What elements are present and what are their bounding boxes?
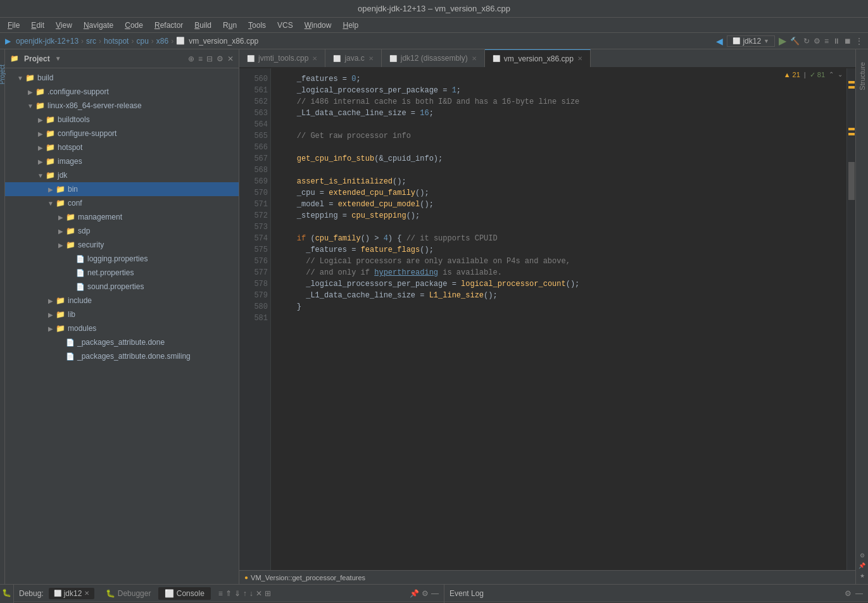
- tree-item-buildtools[interactable]: ▶ 📁 buildtools: [5, 113, 239, 127]
- menu-code[interactable]: Code: [120, 20, 148, 31]
- add-icon[interactable]: ⊕: [188, 54, 194, 63]
- tree-item-sdp[interactable]: ▶ 📁 sdp: [5, 224, 239, 238]
- tab-close-jvmti[interactable]: ✕: [312, 55, 317, 62]
- bc-cpu[interactable]: cpu: [136, 37, 148, 46]
- tree-item-security[interactable]: ▶ 📁 security: [5, 238, 239, 252]
- tab-label: vm_version_x86.cpp: [504, 54, 574, 63]
- tree-item-configure-support2[interactable]: ▶ 📁 configure-support: [5, 127, 239, 140]
- menu-refactor[interactable]: Refactor: [149, 20, 188, 31]
- debug-icon[interactable]: 🐛: [2, 588, 11, 597]
- tree-item-pkg-attr[interactable]: 📄 _packages_attribute.done: [5, 335, 239, 349]
- config-selector[interactable]: ⬜ jdk12 ▼: [727, 35, 775, 47]
- menu-navigate[interactable]: Navigate: [79, 20, 118, 31]
- tab-close-java[interactable]: ✕: [368, 55, 374, 62]
- title-text: openjdk-jdk-12+13 – vm_version_x86.cpp: [358, 4, 510, 13]
- back-btn[interactable]: ◀: [716, 36, 723, 46]
- tree-label: hotspot: [58, 143, 82, 152]
- expand-btn[interactable]: ⌃: [829, 71, 834, 79]
- bc-src[interactable]: src: [86, 37, 96, 46]
- minimize2-icon[interactable]: —: [855, 589, 863, 598]
- menu-view[interactable]: View: [51, 20, 77, 31]
- clear-console-icon[interactable]: ≡: [218, 589, 223, 598]
- console-tab[interactable]: ⬜ Console: [158, 587, 210, 600]
- gutter-right: [846, 68, 855, 570]
- bc-hotspot[interactable]: hotspot: [104, 37, 129, 46]
- tree-item-logging[interactable]: 📄 logging.properties: [5, 252, 239, 266]
- pause-btn[interactable]: ⏸: [833, 37, 840, 46]
- pin-icon[interactable]: 📌: [859, 563, 865, 569]
- tree-item-sound[interactable]: 📄 sound.properties: [5, 280, 239, 294]
- gear-icon[interactable]: ⚙: [860, 552, 865, 559]
- toolbar-right: ◀ ⬜ jdk12 ▼ ▶ 🔨 ↻ ⚙ ≡ ⏸ ⏹ ⋮: [716, 35, 863, 47]
- project-tab-label[interactable]: Project: [0, 65, 6, 84]
- settings2-icon[interactable]: ⚙: [422, 589, 429, 598]
- settings-icon[interactable]: ⚙: [217, 54, 223, 63]
- function-name: VM_Version::get_processor_features: [251, 574, 365, 581]
- refresh-btn[interactable]: ↻: [803, 37, 810, 46]
- scroll-down-icon[interactable]: ⇓: [234, 589, 241, 598]
- structure-tab[interactable]: Structure: [859, 62, 866, 90]
- scroll-up-icon[interactable]: ⇑: [225, 589, 232, 598]
- bc-project[interactable]: openjdk-jdk-12+13: [16, 37, 79, 46]
- scroll-up2-icon[interactable]: ↑: [243, 589, 247, 598]
- tree-item-build[interactable]: ▼ 📁 build: [5, 71, 239, 85]
- favorites-icon[interactable]: ★: [860, 573, 865, 579]
- warning-count: ▲ 21: [784, 71, 800, 79]
- tree-item-linux[interactable]: ▼ 📁 linux-x86_64-server-release: [5, 99, 239, 113]
- menu-run[interactable]: Run: [218, 20, 242, 31]
- tab-close-debug[interactable]: ✕: [84, 590, 89, 597]
- tree-item-net[interactable]: 📄 net.properties: [5, 266, 239, 280]
- menu-build[interactable]: Build: [189, 20, 217, 31]
- menu-tools[interactable]: Tools: [243, 20, 271, 31]
- tree-item-hotspot[interactable]: ▶ 📁 hotspot: [5, 140, 239, 154]
- tree-item-modules[interactable]: ▶ 📁 modules: [5, 321, 239, 335]
- tree-label: management: [78, 213, 122, 221]
- collapse-icon[interactable]: ⊟: [206, 54, 213, 63]
- pin2-icon[interactable]: 📌: [410, 589, 419, 598]
- settings3-icon[interactable]: ⚙: [845, 589, 852, 598]
- close-icon[interactable]: ✕: [227, 54, 234, 63]
- list-icon[interactable]: ≡: [198, 54, 203, 63]
- tab-jdk12[interactable]: ⬜ jdk12 (disassembly) ✕: [382, 49, 485, 67]
- bc-file[interactable]: vm_version_x86.cpp: [189, 37, 258, 46]
- tab-java-c[interactable]: ⬜ java.c ✕: [325, 49, 381, 67]
- tree-item-lib[interactable]: ▶ 📁 lib: [5, 308, 239, 321]
- menu-edit[interactable]: Edit: [26, 20, 49, 31]
- tree-item-jdk[interactable]: ▼ 📁 jdk: [5, 168, 239, 182]
- tab-close-jdk12[interactable]: ✕: [472, 55, 477, 62]
- tree-item-configure-support[interactable]: ▶ 📁 .configure-support: [5, 85, 239, 99]
- function-bar: ● VM_Version::get_processor_features: [239, 570, 855, 584]
- debug-project-tab[interactable]: ⬜ jdk12 ✕: [49, 588, 95, 599]
- tree-label: conf: [68, 199, 82, 208]
- tree-item-include[interactable]: ▶ 📁 include: [5, 294, 239, 308]
- tab-close-vm[interactable]: ✕: [577, 55, 582, 62]
- delete-console-icon[interactable]: ✕: [256, 589, 262, 598]
- tree-item-bin[interactable]: ▶ 📁 bin: [5, 182, 239, 196]
- tab-vm-version[interactable]: ⬜ vm_version_x86.cpp ✕: [485, 49, 591, 67]
- code-content[interactable]: _features = 0; _logical_processors_per_p…: [271, 68, 846, 570]
- tab-jvmti[interactable]: ⬜ jvmti_tools.cpp ✕: [239, 49, 325, 67]
- stop-btn[interactable]: ⏹: [844, 37, 852, 46]
- tree-label: images: [58, 157, 82, 166]
- tree-item-images[interactable]: ▶ 📁 images: [5, 154, 239, 168]
- tree-item-conf[interactable]: ▼ 📁 conf: [5, 196, 239, 210]
- minimize-icon[interactable]: —: [431, 589, 439, 598]
- tree-item-management[interactable]: ▶ 📁 management: [5, 210, 239, 224]
- run-btn[interactable]: ▶: [779, 35, 786, 47]
- tree-item-pkg-attr2[interactable]: 📄 _packages_attribute.done.smiling: [5, 349, 239, 363]
- collapse-btn[interactable]: ⌄: [838, 71, 843, 79]
- debugger-tab[interactable]: 🐛 Debugger: [99, 587, 157, 600]
- scroll-down2-icon[interactable]: ↓: [249, 589, 253, 598]
- more-btn[interactable]: ≡: [824, 37, 829, 46]
- bc-x86[interactable]: x86: [156, 37, 168, 46]
- build-btn[interactable]: 🔨: [790, 37, 800, 46]
- tree-label: build: [37, 73, 53, 82]
- menu-help[interactable]: Help: [337, 20, 363, 31]
- extra-btn[interactable]: ⋮: [855, 37, 863, 46]
- menu-file[interactable]: File: [3, 20, 25, 31]
- grid-icon[interactable]: ⊞: [265, 589, 271, 598]
- right-strip: Structure ⚙ 📌 ★: [855, 49, 868, 584]
- menu-window[interactable]: Window: [299, 20, 337, 31]
- settings-btn2[interactable]: ⚙: [814, 37, 821, 46]
- menu-vcs[interactable]: VCS: [272, 20, 298, 31]
